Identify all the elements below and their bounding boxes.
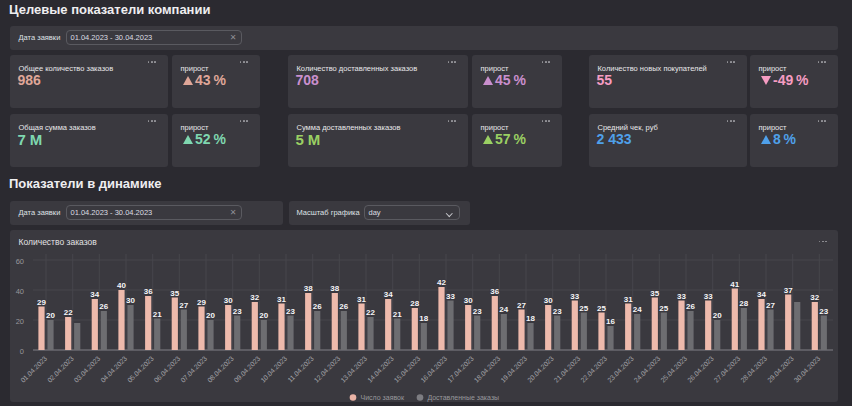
svg-text:38: 38 xyxy=(304,284,313,293)
svg-text:18.04.2023: 18.04.2023 xyxy=(472,355,501,384)
svg-text:Доставленные заказы: Доставленные заказы xyxy=(427,394,499,402)
svg-text:20: 20 xyxy=(259,311,268,320)
svg-text:36: 36 xyxy=(144,287,153,296)
svg-text:26: 26 xyxy=(313,302,322,311)
svg-text:29: 29 xyxy=(197,298,206,307)
svg-text:25: 25 xyxy=(597,304,606,313)
svg-text:34: 34 xyxy=(90,290,99,299)
svg-text:20: 20 xyxy=(16,317,24,326)
svg-text:34: 34 xyxy=(384,290,393,299)
svg-text:22.04.2023: 22.04.2023 xyxy=(579,355,608,384)
svg-text:40: 40 xyxy=(16,287,24,296)
svg-text:20: 20 xyxy=(713,311,722,320)
svg-text:07.04.2023: 07.04.2023 xyxy=(179,355,208,384)
svg-text:22: 22 xyxy=(64,308,73,317)
svg-text:01.04.2023: 01.04.2023 xyxy=(19,355,48,384)
svg-text:20: 20 xyxy=(206,311,215,320)
svg-text:02.04.2023: 02.04.2023 xyxy=(46,355,75,384)
svg-text:23: 23 xyxy=(286,307,295,316)
svg-text:19.04.2023: 19.04.2023 xyxy=(499,355,528,384)
svg-text:30: 30 xyxy=(464,296,473,305)
svg-text:32: 32 xyxy=(810,293,819,302)
svg-text:08.04.2023: 08.04.2023 xyxy=(206,355,235,384)
svg-text:25: 25 xyxy=(659,304,668,313)
svg-text:29.04.2023: 29.04.2023 xyxy=(766,355,795,384)
svg-text:26: 26 xyxy=(686,302,695,311)
svg-text:12.04.2023: 12.04.2023 xyxy=(312,355,341,384)
svg-text:20.04.2023: 20.04.2023 xyxy=(526,355,555,384)
svg-text:17.04.2023: 17.04.2023 xyxy=(446,355,475,384)
svg-text:30: 30 xyxy=(224,296,233,305)
svg-text:32: 32 xyxy=(250,293,259,302)
svg-text:24.04.2023: 24.04.2023 xyxy=(632,355,661,384)
svg-text:37: 37 xyxy=(784,286,793,295)
svg-text:23: 23 xyxy=(233,307,242,316)
svg-text:23.04.2023: 23.04.2023 xyxy=(606,355,635,384)
svg-text:27: 27 xyxy=(766,301,775,310)
svg-text:31: 31 xyxy=(357,295,366,304)
svg-text:06.04.2023: 06.04.2023 xyxy=(152,355,181,384)
svg-text:28: 28 xyxy=(739,299,748,308)
svg-text:33: 33 xyxy=(677,292,686,301)
svg-text:11.04.2023: 11.04.2023 xyxy=(286,355,315,384)
svg-text:27: 27 xyxy=(517,301,526,310)
svg-text:21: 21 xyxy=(393,310,402,319)
svg-text:24: 24 xyxy=(633,305,642,314)
svg-text:35: 35 xyxy=(170,289,179,298)
svg-text:31: 31 xyxy=(277,295,286,304)
svg-text:22: 22 xyxy=(366,308,375,317)
svg-text:33: 33 xyxy=(570,292,579,301)
svg-text:29: 29 xyxy=(37,298,46,307)
svg-text:21.04.2023: 21.04.2023 xyxy=(552,355,581,384)
svg-text:25: 25 xyxy=(579,304,588,313)
svg-text:23: 23 xyxy=(553,307,562,316)
svg-text:26: 26 xyxy=(99,302,108,311)
svg-text:0: 0 xyxy=(20,347,24,356)
svg-text:30: 30 xyxy=(544,296,553,305)
svg-text:35: 35 xyxy=(650,289,659,298)
svg-text:26: 26 xyxy=(339,302,348,311)
svg-text:23: 23 xyxy=(819,307,828,316)
svg-text:09.04.2023: 09.04.2023 xyxy=(232,355,261,384)
svg-text:14.04.2023: 14.04.2023 xyxy=(366,355,395,384)
svg-text:04.04.2023: 04.04.2023 xyxy=(99,355,128,384)
svg-text:27.04.2023: 27.04.2023 xyxy=(712,355,741,384)
svg-text:18: 18 xyxy=(419,314,428,323)
svg-text:60: 60 xyxy=(16,257,24,266)
svg-text:27: 27 xyxy=(179,301,188,310)
svg-text:18: 18 xyxy=(526,314,535,323)
svg-text:38: 38 xyxy=(330,284,339,293)
svg-text:30.04.2023: 30.04.2023 xyxy=(792,355,821,384)
svg-text:26.04.2023: 26.04.2023 xyxy=(686,355,715,384)
svg-text:Число заявок: Число заявок xyxy=(361,394,406,401)
svg-text:25.04.2023: 25.04.2023 xyxy=(659,355,688,384)
svg-text:24: 24 xyxy=(499,305,508,314)
svg-text:05.04.2023: 05.04.2023 xyxy=(126,355,155,384)
svg-text:28: 28 xyxy=(410,299,419,308)
svg-text:21: 21 xyxy=(153,310,162,319)
svg-text:33: 33 xyxy=(704,292,713,301)
svg-text:42: 42 xyxy=(437,278,446,287)
svg-text:31: 31 xyxy=(624,295,633,304)
svg-text:36: 36 xyxy=(490,287,499,296)
svg-text:23: 23 xyxy=(473,307,482,316)
svg-text:10.04.2023: 10.04.2023 xyxy=(259,355,288,384)
svg-text:16.04.2023: 16.04.2023 xyxy=(419,355,448,384)
svg-text:15.04.2023: 15.04.2023 xyxy=(392,355,421,384)
svg-text:33: 33 xyxy=(446,292,455,301)
svg-text:20: 20 xyxy=(46,311,55,320)
svg-text:40: 40 xyxy=(117,281,126,290)
svg-text:16: 16 xyxy=(606,317,615,326)
svg-text:03.04.2023: 03.04.2023 xyxy=(72,355,101,384)
svg-text:30: 30 xyxy=(126,296,135,305)
svg-text:13.04.2023: 13.04.2023 xyxy=(339,355,368,384)
svg-text:34: 34 xyxy=(757,290,766,299)
svg-text:28.04.2023: 28.04.2023 xyxy=(739,355,768,384)
svg-text:41: 41 xyxy=(730,280,739,289)
